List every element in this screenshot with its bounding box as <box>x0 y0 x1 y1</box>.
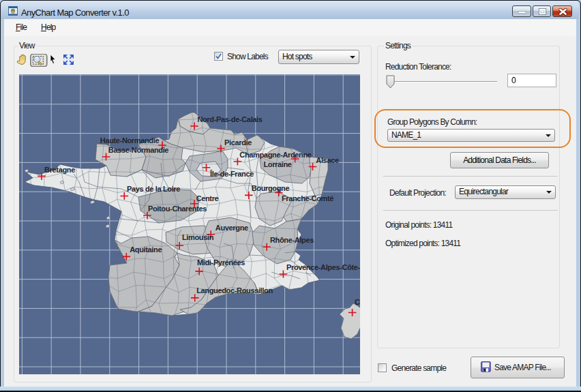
svg-text:Champagne-Ardenne: Champagne-Ardenne <box>239 151 312 159</box>
svg-text:Aquitaine: Aquitaine <box>130 245 162 254</box>
svg-text:Auvergne: Auvergne <box>215 224 248 232</box>
svg-text:Corse: Corse <box>355 298 360 306</box>
svg-text:Bretagne: Bretagne <box>44 166 75 174</box>
svg-text:Franche-Comté: Franche-Comté <box>282 194 333 202</box>
svg-text:Île-de-France: Île-de-France <box>209 170 254 178</box>
svg-text:Limousin: Limousin <box>182 233 214 241</box>
svg-text:Poitou-Charentes: Poitou-Charentes <box>148 205 207 213</box>
svg-text:Pays de la Loire: Pays de la Loire <box>127 185 180 193</box>
svg-text:Picardie: Picardie <box>224 138 252 147</box>
svg-text:Basse-Normandie: Basse-Normandie <box>108 146 169 154</box>
svg-text:Nord-Pas-de-Calais: Nord-Pas-de-Calais <box>197 115 262 123</box>
svg-text:Midi-Pyrénées: Midi-Pyrénées <box>197 258 245 267</box>
svg-text:Provence-Alpes-Côte-: Provence-Alpes-Côte- <box>286 263 360 271</box>
svg-text:Rhône-Alpes: Rhône-Alpes <box>270 236 314 244</box>
svg-text:Centre: Centre <box>196 194 219 202</box>
svg-text:Haute-Normandie: Haute-Normandie <box>100 136 160 145</box>
svg-text:Alsace: Alsace <box>316 156 339 164</box>
svg-text:Languedoc-Roussillon: Languedoc-Roussillon <box>196 286 273 295</box>
svg-text:Bourgogne: Bourgogne <box>252 184 290 192</box>
svg-text:Lorraine: Lorraine <box>263 160 291 168</box>
